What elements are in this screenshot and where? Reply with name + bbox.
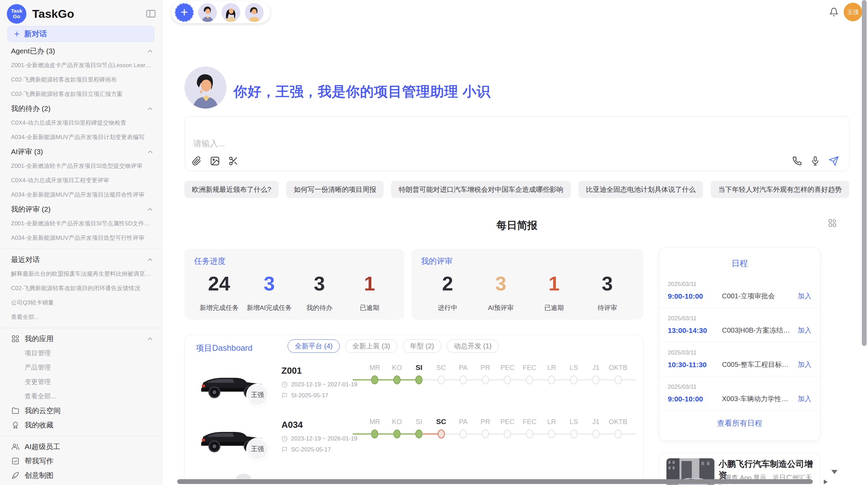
- project-row[interactable]: 王强 A034 2023-12-19 ~ 2026-01-19 SC-2025-…: [185, 417, 643, 471]
- voice-call-icon[interactable]: [792, 156, 802, 166]
- briefing-layout-icon[interactable]: [828, 219, 836, 227]
- sidebar-item-help-write[interactable]: 帮我写作: [0, 454, 162, 468]
- list-item[interactable]: 查看全部...: [0, 310, 162, 324]
- event-date: 2025/03/11: [668, 315, 811, 322]
- send-icon[interactable]: [829, 156, 839, 166]
- list-item[interactable]: C02-飞腾新能源轻客改款项目的闭环通告反馈情况: [0, 281, 162, 296]
- milestone: J1: [585, 363, 607, 385]
- scroll-right-arrow-icon[interactable]: [824, 480, 828, 484]
- grid-icon: [12, 335, 19, 343]
- milestone-dot: [371, 375, 378, 384]
- app-item[interactable]: 项目管理: [0, 346, 162, 360]
- project-dates-text: 2023-12-19 ~ 2027-01-19: [291, 381, 357, 388]
- milestone-dot: [437, 430, 445, 438]
- member-avatar[interactable]: [245, 3, 264, 22]
- milestone-label: PA: [452, 363, 474, 372]
- dashboard-title: 项目Dashboard: [196, 343, 252, 353]
- vertical-scrollbar[interactable]: [862, 0, 867, 346]
- notification-bell-icon[interactable]: [829, 7, 839, 17]
- scissors-icon[interactable]: [228, 156, 239, 166]
- stat-value: 3: [294, 273, 345, 295]
- cloud-space-label: 我的云空间: [25, 406, 61, 415]
- clock-icon: [281, 382, 288, 388]
- suggestion-chip[interactable]: 如何写一份清晰的项目周报: [286, 181, 384, 198]
- ai-staff-label: AI超级员工: [25, 442, 60, 451]
- list-item[interactable]: 公司Q3轻卡销量: [0, 296, 162, 310]
- app-item[interactable]: 产品管理: [0, 360, 162, 375]
- suggestion-chip[interactable]: 特朗普可能对进口汽车增税会对中国车企造成哪些影响: [391, 181, 571, 198]
- section-header-label: Agent已办 (3): [11, 46, 55, 56]
- filter-chip[interactable]: 全新上装 (3): [345, 339, 397, 353]
- milestone-label: SC: [430, 363, 453, 372]
- join-button[interactable]: 加入: [798, 394, 811, 403]
- milestone-label: J1: [585, 417, 607, 426]
- milestone: PR: [474, 363, 497, 385]
- list-item[interactable]: A034-全新新能源MUV产品开发项目造型可行性评审: [0, 231, 162, 245]
- section-header[interactable]: 我的待办 (2): [0, 101, 162, 116]
- member-avatar[interactable]: [198, 3, 217, 22]
- project-flag-text: SC-2025-05-17: [291, 446, 331, 453]
- add-session-button[interactable]: +: [175, 3, 194, 22]
- view-all-schedule-link[interactable]: 查看所有日程: [659, 418, 820, 428]
- list-item[interactable]: C02-飞腾新能源轻客改款项目里程碑画布: [0, 73, 162, 87]
- event-date: 2025/03/11: [668, 384, 811, 390]
- app-item[interactable]: 变更管理: [0, 375, 162, 389]
- filter-chip[interactable]: 年型 (2): [403, 339, 441, 353]
- suggestion-chip[interactable]: 欧洲新规最近颁布了什么?: [184, 181, 279, 198]
- horizontal-scrollbar[interactable]: [177, 479, 813, 484]
- collapse-sidebar-icon[interactable]: [146, 10, 156, 18]
- new-chat-button[interactable]: + 新对话: [8, 26, 154, 42]
- join-button[interactable]: 加入: [798, 291, 811, 301]
- app-item[interactable]: 查看全部...: [0, 389, 162, 403]
- user-avatar[interactable]: 王强: [844, 3, 862, 21]
- list-item[interactable]: A034-全新新能源MUV产品开发项目计划变更表编写: [0, 130, 162, 145]
- sidebar-item-favorites[interactable]: 我的收藏: [0, 418, 162, 432]
- list-item[interactable]: C0X4-动力总成开发项目SI里程碑提交物检查: [0, 116, 162, 130]
- chat-input[interactable]: [193, 138, 605, 149]
- suggestion-chip[interactable]: 当下年轻人对汽车外观有怎样的喜好趋势: [711, 181, 849, 198]
- join-button[interactable]: 加入: [798, 326, 811, 335]
- attachment-icon[interactable]: [192, 156, 202, 166]
- microphone-icon[interactable]: [811, 156, 820, 166]
- filter-chip[interactable]: 全新平台 (4): [288, 339, 340, 353]
- section-header[interactable]: 我的评审 (2): [0, 202, 162, 216]
- member-avatar[interactable]: [221, 3, 240, 22]
- list-item[interactable]: Z001-全新燃油皮卡产品开发项目SI节点Lesson Learn报告: [0, 58, 162, 73]
- milestone-dot: [482, 375, 489, 384]
- project-row[interactable]: 王强 Z001 2023-12-19 ~ 2027-01-19 SI-2025-…: [185, 363, 643, 417]
- stat-column: 2 进行中: [421, 273, 474, 312]
- stat-label: AI预评审: [474, 303, 527, 312]
- scroll-down-arrow-icon[interactable]: [831, 470, 837, 474]
- stat-value: 3: [244, 273, 294, 295]
- project-code: A034: [281, 420, 303, 430]
- section-header[interactable]: AI评审 (3): [0, 145, 162, 159]
- project-dates-text: 2023-12-19 ~ 2026-01-19: [291, 435, 357, 442]
- recent-chats-header[interactable]: 最近对话: [0, 252, 162, 267]
- sidebar-item-creative-draw[interactable]: 创意制图: [0, 468, 162, 483]
- section-header-label: 我的评审 (2): [11, 204, 51, 214]
- milestone: PA: [452, 363, 474, 385]
- list-item[interactable]: Z001-全新燃油轻卡产品开发项目SI节点属性5D文件评审: [0, 216, 162, 231]
- milestone: LS: [563, 363, 585, 385]
- sidebar-item-cloud-space[interactable]: 我的云空间: [0, 403, 162, 418]
- list-item[interactable]: A034-全新新能源MUV产品开发项目法规符合性评审: [0, 188, 162, 202]
- list-item[interactable]: 解释最新出台的欧盟报废车法规再生塑料比例被调至15%...: [0, 267, 162, 281]
- milestone-timeline: MR KO SI SC: [364, 417, 629, 439]
- suggestion-chip[interactable]: 比亚迪全固态电池计划具体说了什么: [578, 181, 703, 198]
- section-header[interactable]: Agent已办 (3): [0, 44, 162, 58]
- briefing-title: 每日简报: [184, 219, 849, 233]
- sidebar-item-my-apps[interactable]: 我的应用: [0, 332, 162, 346]
- greeting-text: 你好，王强，我是你的项目管理助理 小识: [233, 82, 491, 101]
- clock-icon: [281, 436, 288, 442]
- milestone-dot: [592, 375, 600, 384]
- list-item[interactable]: C0X4-动力总成开发项目工程变更评审: [0, 173, 162, 188]
- stat-column: 1 已逾期: [345, 273, 395, 312]
- help-write-label: 帮我写作: [25, 456, 53, 466]
- list-item[interactable]: Z001-全新燃油轻卡产品开发项目SI造型提交物评审: [0, 159, 162, 173]
- sidebar-item-ai-staff[interactable]: AI超级员工: [0, 439, 162, 454]
- list-item[interactable]: C02-飞腾新能源轻客改款项目立项汇报方案: [0, 87, 162, 101]
- image-upload-icon[interactable]: [210, 156, 220, 166]
- stat-value: 1: [345, 273, 395, 295]
- filter-chip[interactable]: 动总开发 (1): [447, 339, 499, 353]
- join-button[interactable]: 加入: [798, 360, 811, 369]
